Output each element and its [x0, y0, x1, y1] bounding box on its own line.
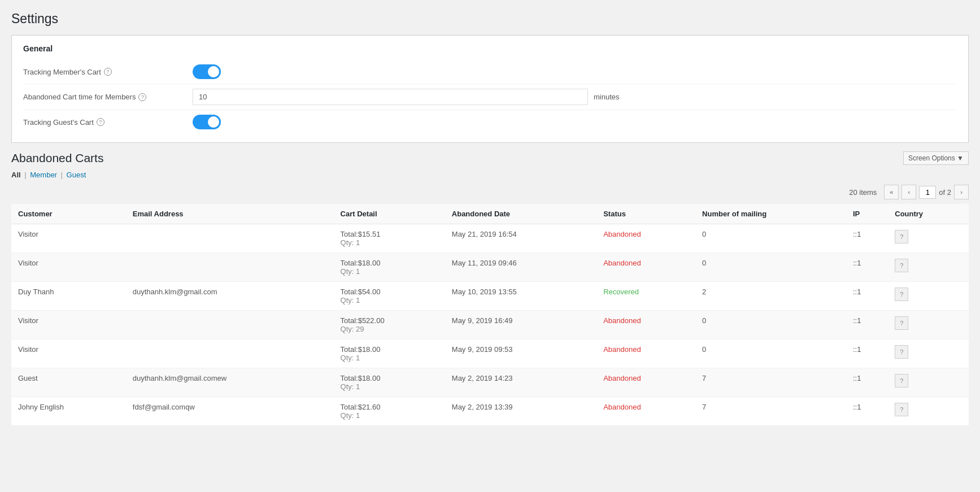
cell-status: Abandoned — [596, 311, 695, 339]
tracking-members-cart-row: Tracking Member's Cart ? — [23, 60, 957, 84]
abandoned-carts-table: Customer Email Address Cart Detail Aband… — [11, 204, 969, 426]
filter-tab-guest[interactable]: Guest — [67, 171, 86, 179]
cell-cart-detail: Total:$18.00 Qty: 1 — [334, 368, 445, 397]
cell-country: ? — [888, 282, 969, 311]
cell-ip: ::1 — [846, 397, 888, 426]
country-unknown-icon: ? — [895, 288, 908, 301]
abandoned-cart-time-row: Abandoned Cart time for Members ? minute… — [23, 84, 957, 110]
filter-tab-member[interactable]: Member — [30, 171, 57, 179]
cell-mailing: 2 — [695, 282, 846, 311]
cell-customer: Visitor — [11, 339, 126, 368]
cell-email: fdsf@gmail.comqw — [126, 397, 334, 426]
table-header-row: Customer Email Address Cart Detail Aband… — [11, 204, 969, 224]
cell-cart-detail: Total:$21.60 Qty: 1 — [334, 397, 445, 426]
filter-tabs: All | Member | Guest — [11, 171, 969, 179]
col-status: Status — [596, 204, 695, 224]
tracking-guests-cart-toggle[interactable] — [193, 115, 221, 129]
minutes-label: minutes — [594, 93, 620, 101]
cell-ip: ::1 — [846, 339, 888, 368]
abandoned-carts-title: Abandoned Carts — [11, 151, 103, 165]
cell-customer: Guest — [11, 368, 126, 397]
tracking-members-cart-control — [193, 64, 957, 79]
page-number-input[interactable] — [919, 186, 936, 199]
cell-status: Recovered — [596, 282, 695, 311]
table-row: Johny English fdsf@gmail.comqw Total:$21… — [11, 397, 969, 426]
pagination-prev-button[interactable]: ‹ — [901, 185, 916, 199]
cell-cart-detail: Total:$15.51 Qty: 1 — [334, 224, 445, 253]
cell-abandoned-date: May 2, 2019 13:39 — [445, 397, 596, 426]
cell-mailing: 0 — [695, 253, 846, 282]
cell-email — [126, 253, 334, 282]
cell-country: ? — [888, 339, 969, 368]
section-header: Abandoned Carts Screen Options ▼ — [11, 151, 969, 165]
cell-cart-detail: Total:$18.00 Qty: 1 — [334, 339, 445, 368]
tracking-members-cart-help-icon[interactable]: ? — [104, 68, 112, 76]
cell-email — [126, 339, 334, 368]
cell-country: ? — [888, 224, 969, 253]
col-abandoned-date: Abandoned Date — [445, 204, 596, 224]
abandoned-cart-time-label: Abandoned Cart time for Members ? — [23, 93, 193, 101]
cell-abandoned-date: May 9, 2019 16:49 — [445, 311, 596, 339]
screen-options-button[interactable]: Screen Options ▼ — [903, 151, 969, 165]
country-unknown-icon: ? — [895, 259, 908, 272]
cell-status: Abandoned — [596, 397, 695, 426]
col-ip: IP — [846, 204, 888, 224]
cell-mailing: 7 — [695, 368, 846, 397]
country-unknown-icon: ? — [895, 374, 908, 387]
cell-country: ? — [888, 397, 969, 426]
settings-section: General Tracking Member's Cart ? Abandon… — [11, 35, 969, 143]
pagination-bar: 20 items « ‹ of 2 › — [11, 185, 969, 199]
table-row: Visitor Total:$18.00 Qty: 1 May 9, 2019 … — [11, 339, 969, 368]
cell-abandoned-date: May 21, 2019 16:54 — [445, 224, 596, 253]
table-row: Duy Thanh duythanh.klm@gmail.com Total:$… — [11, 282, 969, 311]
cell-email: duythanh.klm@gmail.comew — [126, 368, 334, 397]
pagination-first-button[interactable]: « — [884, 185, 899, 199]
cell-email: duythanh.klm@gmail.com — [126, 282, 334, 311]
col-cart-detail: Cart Detail — [334, 204, 445, 224]
filter-tab-all[interactable]: All — [11, 171, 21, 179]
tracking-guests-cart-label: Tracking Guest's Cart ? — [23, 118, 193, 127]
cell-ip: ::1 — [846, 368, 888, 397]
cell-mailing: 7 — [695, 397, 846, 426]
col-email: Email Address — [126, 204, 334, 224]
table-row: Visitor Total:$15.51 Qty: 1 May 21, 2019… — [11, 224, 969, 253]
country-unknown-icon: ? — [895, 345, 908, 359]
pagination-next-button[interactable]: › — [954, 185, 969, 199]
cell-ip: ::1 — [846, 282, 888, 311]
tracking-guests-cart-help-icon[interactable]: ? — [97, 118, 104, 126]
cell-customer: Johny English — [11, 397, 126, 426]
cell-mailing: 0 — [695, 311, 846, 339]
table-row: Visitor Total:$18.00 Qty: 1 May 11, 2019… — [11, 253, 969, 282]
tracking-members-cart-toggle[interactable] — [193, 64, 221, 79]
abandoned-carts-section: Abandoned Carts Screen Options ▼ All | M… — [11, 151, 969, 426]
col-country: Country — [888, 204, 969, 224]
cell-cart-detail: Total:$18.00 Qty: 1 — [334, 253, 445, 282]
cell-email — [126, 224, 334, 253]
cell-status: Abandoned — [596, 253, 695, 282]
abandoned-cart-time-input[interactable] — [193, 89, 588, 105]
col-customer: Customer — [11, 204, 126, 224]
total-pages: of 2 — [939, 188, 951, 197]
cell-country: ? — [888, 311, 969, 339]
cell-status: Abandoned — [596, 224, 695, 253]
country-unknown-icon: ? — [895, 230, 908, 243]
cell-status: Abandoned — [596, 339, 695, 368]
tracking-members-cart-label: Tracking Member's Cart ? — [23, 68, 193, 76]
cell-mailing: 0 — [695, 339, 846, 368]
cell-abandoned-date: May 9, 2019 09:53 — [445, 339, 596, 368]
cell-cart-detail: Total:$54.00 Qty: 1 — [334, 282, 445, 311]
cell-customer: Duy Thanh — [11, 282, 126, 311]
col-mailing: Number of mailing — [695, 204, 846, 224]
cell-abandoned-date: May 10, 2019 13:55 — [445, 282, 596, 311]
cell-country: ? — [888, 253, 969, 282]
cell-ip: ::1 — [846, 224, 888, 253]
tracking-guests-cart-row: Tracking Guest's Cart ? — [23, 110, 957, 134]
table-row: Visitor Total:$522.00 Qty: 29 May 9, 201… — [11, 311, 969, 339]
cell-mailing: 0 — [695, 224, 846, 253]
abandoned-cart-time-help-icon[interactable]: ? — [138, 93, 146, 101]
cell-ip: ::1 — [846, 311, 888, 339]
cell-cart-detail: Total:$522.00 Qty: 29 — [334, 311, 445, 339]
cell-customer: Visitor — [11, 253, 126, 282]
cell-ip: ::1 — [846, 253, 888, 282]
cell-customer: Visitor — [11, 311, 126, 339]
